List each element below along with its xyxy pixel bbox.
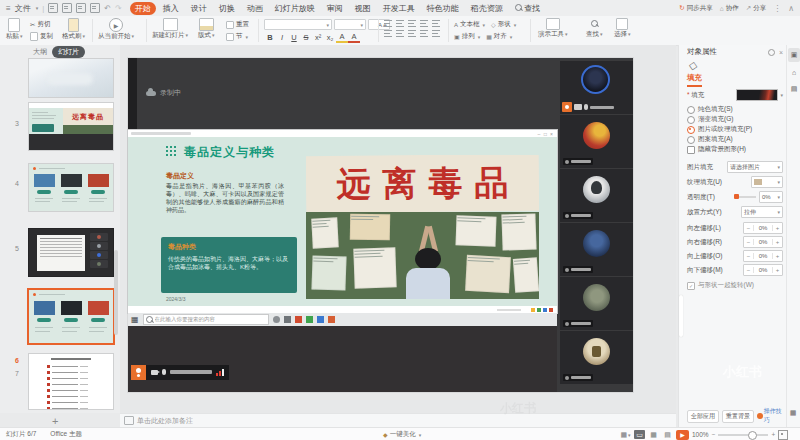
zoom-slider[interactable] bbox=[718, 434, 768, 436]
slide-thumbnail-3[interactable]: 远离毒品 bbox=[28, 102, 114, 151]
save-icon[interactable] bbox=[48, 3, 58, 13]
slide-thumbnail-7[interactable] bbox=[28, 353, 114, 410]
hamburger-menu-icon[interactable]: ≡ bbox=[6, 4, 11, 13]
collaborate-button[interactable]: ⌂协作 bbox=[720, 4, 739, 13]
bullet-list-icon[interactable] bbox=[384, 20, 393, 27]
preview-icon[interactable] bbox=[90, 3, 100, 13]
slide-thumbnail-4[interactable] bbox=[28, 163, 114, 212]
tab-slides[interactable]: 幻灯片 bbox=[52, 46, 85, 58]
reset-button[interactable]: 重置 bbox=[226, 20, 249, 29]
tab-developer[interactable]: 开发工具 bbox=[378, 2, 420, 15]
line-spacing-icon[interactable] bbox=[432, 20, 441, 27]
paste-button[interactable]: 粘贴▾ bbox=[6, 18, 23, 41]
fit-slide-button[interactable] bbox=[778, 430, 788, 440]
zoom-out-button[interactable]: − bbox=[712, 431, 716, 438]
more-menu-icon[interactable]: ⋮ bbox=[773, 4, 781, 13]
transparency-value[interactable]: 0%▾ bbox=[759, 191, 783, 203]
reading-view-icon[interactable]: ▤ bbox=[662, 430, 673, 439]
superscript-button[interactable]: x² bbox=[312, 33, 324, 42]
layout-button[interactable]: 版式▾ bbox=[198, 18, 215, 40]
print-icon[interactable] bbox=[76, 3, 86, 13]
zoom-slider-handle[interactable] bbox=[748, 431, 757, 440]
slide-thumbnail-5[interactable] bbox=[28, 228, 114, 277]
pin-icon[interactable] bbox=[768, 49, 775, 56]
collapse-ribbon-icon[interactable]: ∧ bbox=[788, 4, 794, 13]
beautify-button[interactable]: ◆ 一键美化▾ bbox=[383, 430, 421, 439]
object-properties-strip-icon[interactable]: ▣ bbox=[788, 48, 800, 62]
font-name-select[interactable]: ▾ bbox=[264, 19, 332, 30]
tab-review[interactable]: 审阅 bbox=[322, 2, 348, 15]
panel-scrollbar[interactable] bbox=[679, 295, 683, 337]
copy-button[interactable]: 复制 bbox=[30, 32, 53, 41]
indent-increase-icon[interactable] bbox=[420, 20, 429, 27]
picture-fill-dropdown[interactable]: 请选择图片▾ bbox=[727, 161, 783, 173]
share-button[interactable]: ↗分享 bbox=[746, 4, 766, 13]
offset-right-stepper[interactable]: −0%+ bbox=[743, 236, 783, 248]
format-painter-button[interactable]: 格式刷▾ bbox=[62, 18, 85, 41]
pane-switcher-icon[interactable]: ▦ bbox=[787, 406, 799, 420]
tab-insert[interactable]: 插入 bbox=[158, 2, 184, 15]
slide-thumbnail-2[interactable] bbox=[28, 58, 114, 98]
apply-all-button[interactable]: 全部应用 bbox=[687, 410, 719, 423]
arrange-button[interactable]: ▣排列▾ bbox=[454, 32, 480, 41]
notes-toggle-icon[interactable]: ▦▾ bbox=[620, 430, 631, 439]
fill-option-picture[interactable]: 图片或纹理填充(P) bbox=[687, 125, 783, 134]
output-icon[interactable] bbox=[62, 3, 72, 13]
play-from-current-button[interactable]: ▶ 从当前开始▾ bbox=[98, 18, 134, 41]
italic-button[interactable]: I bbox=[276, 33, 288, 42]
tab-view[interactable]: 视图 bbox=[350, 2, 376, 15]
clipboard-strip-icon[interactable]: ▤ bbox=[788, 82, 800, 96]
close-panel-icon[interactable]: × bbox=[779, 49, 783, 56]
tab-slideshow[interactable]: 幻灯片放映 bbox=[270, 2, 320, 15]
rotate-with-shape-checkbox[interactable]: ✓与形状一起旋转(W) bbox=[687, 281, 783, 290]
justify-icon[interactable] bbox=[420, 30, 429, 37]
fill-option-gradient[interactable]: 渐变填充(G) bbox=[687, 115, 783, 124]
fill-preview-dropdown[interactable]: ▾ bbox=[736, 89, 783, 101]
zoom-in-button[interactable]: + bbox=[771, 431, 775, 438]
sync-share-button[interactable]: ↻同步共享 bbox=[679, 4, 712, 13]
add-slide-button[interactable]: + bbox=[52, 415, 58, 427]
reset-background-button[interactable]: 重置背景 bbox=[722, 410, 754, 423]
hide-background-checkbox[interactable]: 隐藏背景图形(H) bbox=[687, 145, 783, 154]
tab-features[interactable]: 特色功能 bbox=[422, 2, 464, 15]
underline-button[interactable]: U bbox=[288, 33, 300, 42]
tab-transition[interactable]: 切换 bbox=[214, 2, 240, 15]
indent-decrease-icon[interactable] bbox=[408, 20, 417, 27]
present-tools-button[interactable]: 演示工具▾ bbox=[538, 18, 568, 39]
notes-bar[interactable]: 单击此处添加备注 bbox=[120, 413, 676, 427]
font-size-select[interactable]: ▾ bbox=[334, 19, 366, 30]
theme-name[interactable]: Office 主题 bbox=[50, 430, 82, 439]
sorter-view-icon[interactable]: ▦ bbox=[648, 430, 659, 439]
tab-animation[interactable]: 动画 bbox=[242, 2, 268, 15]
slide-thumbnail-6-selected[interactable] bbox=[27, 288, 115, 345]
columns-icon[interactable] bbox=[432, 30, 441, 37]
offset-left-stepper[interactable]: −0%+ bbox=[743, 222, 783, 234]
tab-outline[interactable]: 大纲 bbox=[33, 47, 47, 57]
new-slide-button[interactable]: 新建幻灯片▾ bbox=[152, 18, 188, 40]
global-find[interactable]: 查找 bbox=[510, 2, 545, 15]
text-box-button[interactable]: A文本框▾ bbox=[454, 20, 485, 29]
slide-video-screenshot[interactable]: 录制中 – □ × 毒品定义与种类 毒品定义 毒品是指鸦片、海洛 bbox=[128, 58, 633, 392]
section-button[interactable]: 节▾ bbox=[226, 32, 249, 41]
tips-link[interactable]: 操作技巧 bbox=[757, 407, 787, 425]
subscript-button[interactable]: x₂ bbox=[324, 33, 336, 42]
align-right-icon[interactable] bbox=[408, 30, 417, 37]
highlight-color-button[interactable]: A bbox=[336, 32, 348, 43]
texture-fill-dropdown[interactable]: ▾ bbox=[751, 176, 783, 188]
offset-up-stepper[interactable]: −0%+ bbox=[743, 250, 783, 262]
align-center-icon[interactable] bbox=[396, 30, 405, 37]
play-slideshow-button[interactable]: ▶ bbox=[676, 430, 689, 440]
file-menu[interactable]: 文件 bbox=[15, 3, 31, 14]
numbered-list-icon[interactable] bbox=[396, 20, 405, 27]
find-button[interactable]: 查找▾ bbox=[586, 18, 603, 39]
fill-option-pattern[interactable]: 图案填充(A) bbox=[687, 135, 783, 144]
zoom-level[interactable]: 100% bbox=[692, 431, 709, 438]
redo-icon[interactable]: ↷ bbox=[115, 4, 122, 13]
fill-tab[interactable]: 填充 bbox=[687, 73, 702, 87]
transparency-slider[interactable] bbox=[734, 196, 756, 198]
undo-icon[interactable]: ↶ bbox=[104, 4, 111, 13]
bold-button[interactable]: B bbox=[264, 33, 276, 42]
offset-down-stepper[interactable]: −0%+ bbox=[743, 264, 783, 276]
tab-docer[interactable]: 稻壳资源 bbox=[466, 2, 508, 15]
strikethrough-button[interactable]: S bbox=[300, 33, 312, 42]
